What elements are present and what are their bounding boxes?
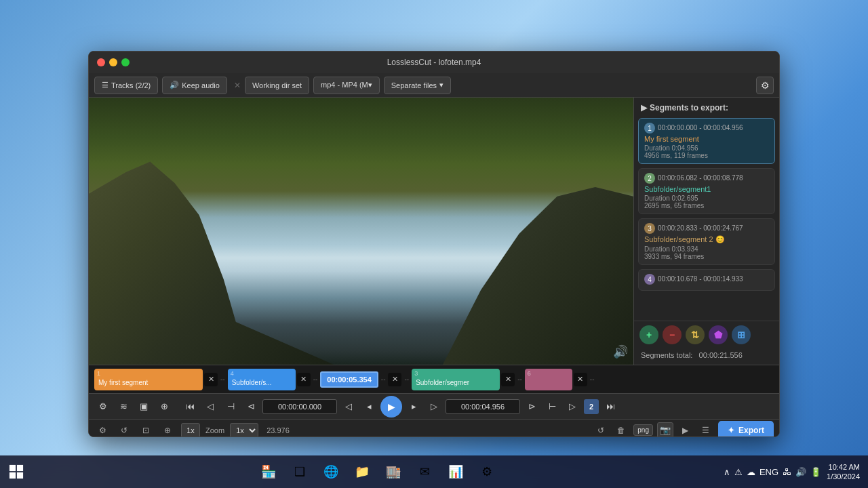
next-button[interactable]: ▷ xyxy=(564,398,581,415)
system-clock[interactable]: 10:42 AM 1/30/2024 xyxy=(827,462,860,482)
frame-fwd-button[interactable]: ⊳ xyxy=(523,398,540,415)
grid-segments-button[interactable]: ⊞ xyxy=(732,325,751,344)
timeline-segment-6[interactable]: 6 xyxy=(525,369,572,390)
expand-icon: ▶ xyxy=(641,103,647,113)
hamburger-icon: ☰ xyxy=(102,81,108,89)
start-time-input[interactable] xyxy=(262,399,337,414)
segment-1-duration: Duration 0:04.956 xyxy=(644,144,769,152)
window-title: LosslessCut - lofoten.mp4 xyxy=(387,58,481,67)
sort-segments-button[interactable]: ⇅ xyxy=(686,325,705,344)
speed-input[interactable] xyxy=(181,423,200,438)
export-button[interactable]: ✦ Export xyxy=(718,421,774,438)
taskbar-icon-chart[interactable]: 📊 xyxy=(441,457,471,487)
svg-rect-2 xyxy=(9,472,16,479)
bottom-settings-button[interactable]: ⚙ xyxy=(94,422,111,438)
play-button[interactable]: ▶ xyxy=(380,396,402,418)
mark-in-button[interactable]: ◁ xyxy=(340,398,357,415)
bottom-right-actions: ↺ 🗑 png 📷 ▶ ☰ ✦ Export xyxy=(593,421,774,438)
timeline: 1 My first segment ✕ -- 4 Subfolder/s...… xyxy=(89,365,779,393)
taskbar-icon-app[interactable]: 🏬 xyxy=(378,457,408,487)
systray-icons: ∧ ⚠ ☁ ENG 🖧 🔊 🔋 xyxy=(724,467,821,477)
cursor-button[interactable]: ⊕ xyxy=(155,398,173,415)
trash-button[interactable]: 🗑 xyxy=(613,422,629,438)
skip-fwd-button[interactable]: ⊢ xyxy=(543,398,561,415)
segments-header-label: Segments to export: xyxy=(650,103,728,113)
remove-segment-button[interactable]: − xyxy=(663,325,682,344)
next-seg-button[interactable]: ▸ xyxy=(405,398,422,415)
segment-item-4[interactable]: 4 00:00:10.678 - 00:00:14.933 xyxy=(638,269,775,291)
tl-divider-3: -- xyxy=(380,375,387,383)
audio-button[interactable]: 🔊 Keep audio xyxy=(162,77,227,94)
right-panel: ▶ Segments to export: 1 00:00:00.000 - 0… xyxy=(633,98,779,365)
thumbnail-button[interactable]: ▣ xyxy=(135,398,153,415)
segment-item-2[interactable]: 2 00:00:06.082 - 00:00:08.778 Subfolder/… xyxy=(638,168,775,214)
cliff-right-overlay xyxy=(443,178,633,365)
taskbar-icon-edge[interactable]: 🌐 xyxy=(316,457,346,487)
settings-gear-button[interactable]: ⚙ xyxy=(756,77,774,94)
tl-seg6-num: 6 xyxy=(528,370,531,377)
frame-back-button[interactable]: ⊲ xyxy=(242,398,260,415)
undo-button[interactable]: ↺ xyxy=(593,422,609,438)
minimize-button[interactable] xyxy=(109,58,117,66)
taskbar-icon-explorer[interactable]: 📁 xyxy=(347,457,377,487)
prev-seg-button[interactable]: ◂ xyxy=(360,398,378,415)
segment-item-1[interactable]: 1 00:00:00.000 - 00:00:04.956 My first s… xyxy=(638,118,775,164)
segment-2-ms-frames: 2695 ms, 65 frames xyxy=(644,202,769,209)
waveform-button[interactable]: ≋ xyxy=(115,398,132,415)
systray-cloud-icon: ☁ xyxy=(747,467,755,477)
tl-divider-5: -- xyxy=(516,375,524,383)
segment-1-time: 00:00:00.000 - 00:00:04.956 xyxy=(658,124,743,131)
close-button[interactable] xyxy=(97,58,105,66)
zoom-select[interactable]: 1x 2x 4x xyxy=(230,423,258,438)
systray-lang[interactable]: ENG xyxy=(760,467,778,477)
bottom-thumb-button[interactable]: ⊡ xyxy=(138,422,154,438)
tl-divider-2: -- xyxy=(312,375,319,383)
svg-rect-3 xyxy=(17,472,23,479)
systray-volume-icon[interactable]: 🔊 xyxy=(795,467,806,477)
end-time-input[interactable] xyxy=(446,399,520,414)
tl-seg1-num: 1 xyxy=(97,370,100,377)
tl-delete-1[interactable]: ✕ xyxy=(204,373,218,386)
taskbar-icon-settings[interactable]: ⚙ xyxy=(472,457,502,487)
go-to-end-button[interactable]: ⏭ xyxy=(601,398,619,415)
maximize-button[interactable] xyxy=(121,58,130,66)
main-toolbar: ☰ Tracks (2/2) 🔊 Keep audio ✕ Working di… xyxy=(89,73,779,98)
taskbar-system-tray: ∧ ⚠ ☁ ENG 🖧 🔊 🔋 10:42 AM 1/30/2024 xyxy=(724,462,868,482)
start-button[interactable] xyxy=(0,455,33,488)
segment-2-duration: Duration 0:02.695 xyxy=(644,195,769,202)
clock-time: 10:42 AM xyxy=(827,462,860,472)
taskbar-icon-mail[interactable]: ✉ xyxy=(410,457,439,487)
format-button[interactable]: mp4 - MP4 (M▾ xyxy=(313,77,380,94)
play-small-button[interactable]: ▶ xyxy=(677,422,694,438)
tracks-button[interactable]: ☰ Tracks (2/2) xyxy=(94,77,158,94)
timeline-segment-3[interactable]: 3 Subfolder/segmer xyxy=(412,369,500,390)
export-mode-button[interactable]: Separate files ▾ xyxy=(384,77,451,94)
list-button[interactable]: ☰ xyxy=(698,422,714,438)
add-segment-button[interactable]: + xyxy=(639,325,658,344)
tl-seg3-num: 3 xyxy=(414,370,418,377)
video-player[interactable]: 🔊 xyxy=(89,98,633,365)
timeline-segment-1[interactable]: 1 My first segment xyxy=(94,369,203,390)
skip-back-button[interactable]: ⊣ xyxy=(222,398,239,415)
bottom-wave-button[interactable]: ↺ xyxy=(116,422,132,438)
tag-segments-button[interactable]: ⬟ xyxy=(709,325,728,344)
tl-delete-2[interactable]: ✕ xyxy=(297,373,311,386)
taskbar-icon-files[interactable]: ❑ xyxy=(285,457,315,487)
tl-delete-6[interactable]: ✕ xyxy=(574,373,587,386)
prev-button[interactable]: ◁ xyxy=(201,398,219,415)
bottom-sync-button[interactable]: ⊕ xyxy=(159,422,176,438)
screenshot-button[interactable]: 📷 xyxy=(657,422,673,438)
audio-label: Keep audio xyxy=(182,81,220,89)
format-badge[interactable]: png xyxy=(633,424,653,436)
segment-item-3[interactable]: 3 00:00:20.833 - 00:00:24.767 Subfolder/… xyxy=(638,218,775,265)
settings-small-button[interactable]: ⚙ xyxy=(94,398,112,415)
systray-chevron[interactable]: ∧ xyxy=(724,467,730,477)
tl-delete-4[interactable]: ✕ xyxy=(501,373,515,386)
taskbar-icon-store[interactable]: 🏪 xyxy=(254,457,283,487)
timeline-segment-2[interactable]: 4 Subfolder/s... xyxy=(228,369,296,390)
working-dir-button[interactable]: Working dir set xyxy=(245,77,309,94)
tl-delete-3[interactable]: ✕ xyxy=(388,373,401,386)
go-to-start-button[interactable]: ⏮ xyxy=(181,398,199,415)
taskbar: 🏪 ❑ 🌐 📁 🏬 ✉ 📊 ⚙ ∧ ⚠ ☁ ENG 🖧 🔊 🔋 10:42 AM… xyxy=(0,455,868,488)
mark-out-button[interactable]: ▷ xyxy=(425,398,443,415)
